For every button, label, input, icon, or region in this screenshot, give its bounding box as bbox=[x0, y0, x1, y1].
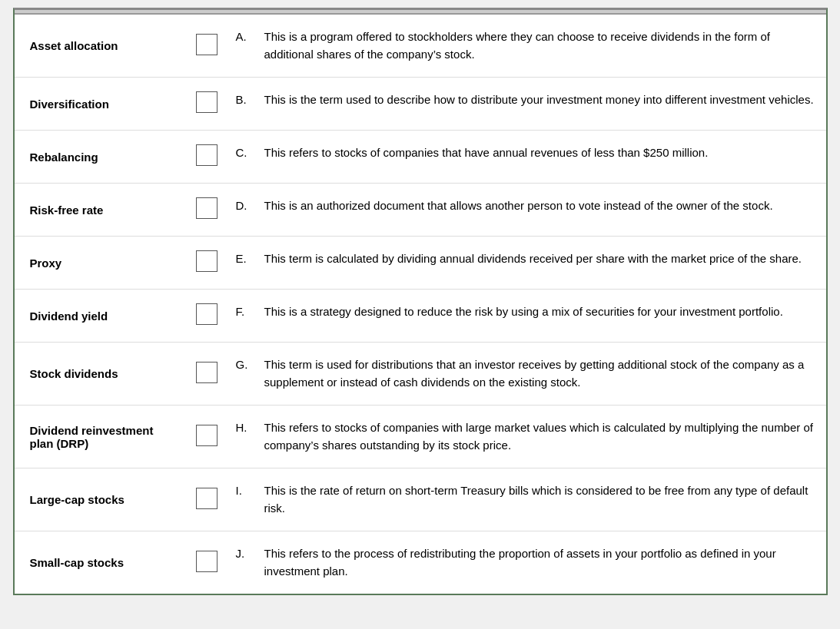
quiz-table: Asset allocation A. This is a program of… bbox=[15, 15, 826, 594]
letter-label: H. bbox=[236, 421, 247, 434]
term-cell: Dividend reinvestment plan (DRP) bbox=[15, 406, 184, 468]
definition-cell: This term is calculated by dividing annu… bbox=[261, 237, 826, 290]
checkbox[interactable] bbox=[196, 250, 217, 272]
checkbox[interactable] bbox=[196, 362, 217, 383]
term-label: Risk-free rate bbox=[30, 204, 104, 217]
definition-text: This is an authorized document that allo… bbox=[264, 199, 773, 212]
letter-cell: I. bbox=[230, 468, 261, 531]
checkbox[interactable] bbox=[196, 425, 217, 446]
term-cell: Proxy bbox=[15, 237, 184, 290]
term-cell: Dividend yield bbox=[15, 290, 184, 343]
checkbox-cell[interactable] bbox=[184, 531, 230, 594]
term-label: Dividend reinvestment plan (DRP) bbox=[30, 424, 154, 450]
letter-label: E. bbox=[236, 252, 247, 265]
letter-cell: E. bbox=[230, 237, 261, 290]
definition-cell: This refers to stocks of companies that … bbox=[261, 131, 826, 184]
checkbox-cell[interactable] bbox=[184, 15, 230, 78]
checkbox-cell[interactable] bbox=[184, 131, 230, 184]
checkbox-cell[interactable] bbox=[184, 468, 230, 531]
letter-cell: C. bbox=[230, 131, 261, 184]
quiz-container: Asset allocation A. This is a program of… bbox=[13, 8, 828, 595]
definition-cell: This term is used for distributions that… bbox=[261, 343, 826, 406]
definition-text: This term is used for distributions that… bbox=[264, 358, 805, 389]
definition-cell: This refers to stocks of companies with … bbox=[261, 406, 826, 468]
definition-cell: This is a strategy designed to reduce th… bbox=[261, 290, 826, 343]
table-row: Dividend reinvestment plan (DRP) H. This… bbox=[15, 406, 826, 468]
letter-cell: A. bbox=[230, 15, 261, 78]
letter-label: B. bbox=[236, 93, 247, 106]
table-row: Risk-free rate D. This is an authorized … bbox=[15, 184, 826, 237]
term-cell: Rebalancing bbox=[15, 131, 184, 184]
definition-cell: This refers to the process of redistribu… bbox=[261, 531, 826, 594]
definition-text: This is the rate of return on short-term… bbox=[264, 484, 808, 515]
definition-text: This is a program offered to stockholder… bbox=[264, 30, 770, 61]
checkbox-cell[interactable] bbox=[184, 343, 230, 406]
letter-cell: B. bbox=[230, 78, 261, 131]
letter-label: G. bbox=[236, 358, 248, 371]
term-label: Small-cap stocks bbox=[30, 556, 125, 569]
letter-cell: F. bbox=[230, 290, 261, 343]
table-row: Asset allocation A. This is a program of… bbox=[15, 15, 826, 78]
term-label: Diversification bbox=[30, 98, 109, 111]
definition-cell: This is the term used to describe how to… bbox=[261, 78, 826, 131]
checkbox-cell[interactable] bbox=[184, 184, 230, 237]
letter-cell: J. bbox=[230, 531, 261, 594]
letter-cell: G. bbox=[230, 343, 261, 406]
term-label: Proxy bbox=[30, 257, 62, 270]
checkbox-cell[interactable] bbox=[184, 237, 230, 290]
table-row: Dividend yield F. This is a strategy des… bbox=[15, 290, 826, 343]
definition-cell: This is the rate of return on short-term… bbox=[261, 468, 826, 531]
letter-label: A. bbox=[236, 30, 247, 43]
checkbox[interactable] bbox=[196, 144, 217, 166]
term-cell: Asset allocation bbox=[15, 15, 184, 78]
letter-cell: D. bbox=[230, 184, 261, 237]
term-cell: Large-cap stocks bbox=[15, 468, 184, 531]
table-row: Rebalancing C. This refers to stocks of … bbox=[15, 131, 826, 184]
letter-label: I. bbox=[236, 484, 242, 497]
definition-cell: This is a program offered to stockholder… bbox=[261, 15, 826, 78]
table-row: Proxy E. This term is calculated by divi… bbox=[15, 237, 826, 290]
definition-cell: This is an authorized document that allo… bbox=[261, 184, 826, 237]
definition-text: This term is calculated by dividing annu… bbox=[264, 252, 802, 265]
checkbox[interactable] bbox=[196, 197, 217, 219]
letter-label: D. bbox=[236, 199, 247, 212]
table-row: Large-cap stocks I. This is the rate of … bbox=[15, 468, 826, 531]
checkbox[interactable] bbox=[196, 488, 217, 509]
term-cell: Stock dividends bbox=[15, 343, 184, 406]
letter-label: J. bbox=[236, 547, 245, 560]
checkbox-cell[interactable] bbox=[184, 290, 230, 343]
term-label: Dividend yield bbox=[30, 310, 108, 323]
checkbox-cell[interactable] bbox=[184, 78, 230, 131]
checkbox[interactable] bbox=[196, 303, 217, 325]
table-row: Small-cap stocks J. This refers to the p… bbox=[15, 531, 826, 594]
definition-text: This refers to stocks of companies that … bbox=[264, 146, 709, 159]
checkbox[interactable] bbox=[196, 34, 217, 55]
definition-text: This is a strategy designed to reduce th… bbox=[264, 305, 783, 318]
checkbox[interactable] bbox=[196, 551, 217, 572]
term-label: Large-cap stocks bbox=[30, 493, 125, 506]
letter-label: F. bbox=[236, 305, 245, 318]
letter-cell: H. bbox=[230, 406, 261, 468]
letter-label: C. bbox=[236, 146, 247, 159]
table-row: Stock dividends G. This term is used for… bbox=[15, 343, 826, 406]
term-cell: Small-cap stocks bbox=[15, 531, 184, 594]
definition-text: This refers to stocks of companies with … bbox=[264, 421, 813, 452]
term-cell: Risk-free rate bbox=[15, 184, 184, 237]
definition-text: This is the term used to describe how to… bbox=[264, 93, 814, 106]
term-label: Asset allocation bbox=[30, 39, 118, 52]
term-cell: Diversification bbox=[15, 78, 184, 131]
term-label: Stock dividends bbox=[30, 367, 118, 380]
checkbox-cell[interactable] bbox=[184, 406, 230, 468]
table-row: Diversification B. This is the term used… bbox=[15, 78, 826, 131]
checkbox[interactable] bbox=[196, 91, 217, 113]
definition-text: This refers to the process of redistribu… bbox=[264, 547, 776, 578]
term-label: Rebalancing bbox=[30, 151, 98, 164]
